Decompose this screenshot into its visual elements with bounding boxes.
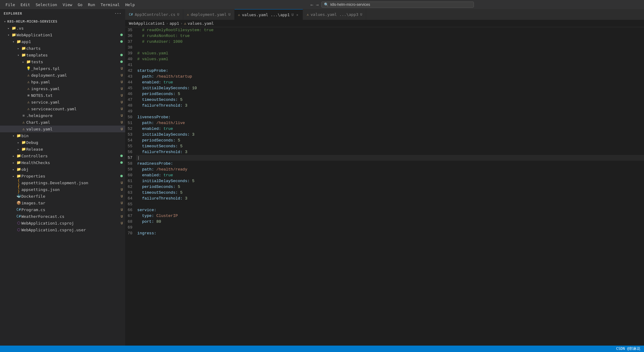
sidebar-item-label: hpa.yaml xyxy=(31,80,119,84)
sidebar-item-tests[interactable]: ▸ 📁 tests xyxy=(0,58,125,65)
sidebar-item-vs[interactable]: ▸ 📁 .vs xyxy=(0,25,125,31)
sidebar-item-controllers[interactable]: ▸ 📁 Controllers xyxy=(0,152,125,159)
menu-help[interactable]: Help xyxy=(123,2,137,8)
code-line: timeoutSeconds: 5 xyxy=(136,190,644,196)
folder-icon: 📁 xyxy=(21,147,26,151)
sidebar-item-valuesyaml[interactable]: ⚠ values.yaml U xyxy=(0,126,125,132)
sidebar-item-csproj[interactable]: ⬡ WebApplication1.csproj U xyxy=(0,220,125,226)
code-line: enabled: true xyxy=(136,172,644,178)
folder-icon: 📁 xyxy=(11,33,16,37)
tab-label: deployment.yaml xyxy=(191,12,227,17)
sidebar-item-service[interactable]: ⚠ service.yaml U xyxy=(0,99,125,105)
modified-badge: U xyxy=(121,87,123,91)
breadcrumb-part[interactable]: app1 xyxy=(169,21,179,26)
breadcrumb-part[interactable]: WebApplication1 xyxy=(129,21,165,26)
code-line: # runAsNonRoot: true xyxy=(136,33,644,39)
sidebar-item-serviceaccount[interactable]: ⚠ serviceaccount.yaml U xyxy=(0,105,125,112)
tab-values-app3[interactable]: ⚠ values.yaml ...\app3 U xyxy=(303,9,366,20)
chevron-right-icon: ▸ xyxy=(16,141,21,144)
chevron-down-icon: ▾ xyxy=(11,40,16,43)
sidebar-item-notes[interactable]: ≡ NOTES.txt U xyxy=(0,92,125,99)
tab-app3controller[interactable]: C# App3Controller.cs U xyxy=(125,9,183,20)
sidebar-item-hpa[interactable]: ⚠ hpa.yaml U xyxy=(0,79,125,85)
file-icon: C# xyxy=(16,214,21,218)
line-num: 41 xyxy=(128,62,133,68)
code-line: timeoutSeconds: 5 xyxy=(136,143,644,149)
sidebar-item-chartyaml[interactable]: ⚠ Chart.yaml U xyxy=(0,119,125,126)
code-line: failureThreshold: 3 xyxy=(136,149,644,155)
line-num: 42 xyxy=(128,68,133,74)
sidebar-item-root[interactable]: ▾ K8S-HELM-MICRO-SERVICES xyxy=(0,18,125,25)
code-lines[interactable]: # readOnlyRootFilesystem: true # runAsNo… xyxy=(136,27,644,346)
breadcrumb-sep: › xyxy=(180,21,183,26)
sidebar-item-webapplication1[interactable]: ▾ 📁 WebApplication1 xyxy=(0,31,125,38)
nav-forward-icon[interactable]: → xyxy=(316,2,319,8)
sidebar-item-label: NOTES.txt xyxy=(31,93,119,98)
sidebar-item-templates[interactable]: ▾ 📁 templates xyxy=(0,52,125,58)
chevron-down-icon: ▾ xyxy=(16,53,21,57)
line-num: 43 xyxy=(128,74,133,79)
sidebar-item-healthchecks[interactable]: ▸ 📁 HealthChecks xyxy=(0,159,125,166)
sidebar-item-obj[interactable]: ▸ 📁 obj xyxy=(0,166,125,173)
more-options-icon[interactable]: ··· xyxy=(115,12,122,16)
line-num: 45 xyxy=(128,85,133,91)
sidebar-item-label: Dockerfile xyxy=(21,194,119,199)
sidebar-item-label: obj xyxy=(21,167,123,172)
code-line: type: ClusterIP xyxy=(136,213,644,219)
breadcrumb-part[interactable]: values.yaml xyxy=(187,21,214,26)
modified-badge: U xyxy=(121,67,123,71)
sidebar-item-csproj-user[interactable]: ⬡ WebApplication1.csproj.user xyxy=(0,226,125,233)
sidebar-item-debug[interactable]: ▸ 📁 Debug xyxy=(0,139,125,146)
menu-selection[interactable]: Selection xyxy=(33,2,60,8)
sidebar-item-label: .helmignore xyxy=(26,113,119,118)
menu-run[interactable]: Run xyxy=(86,2,97,8)
sidebar-item-weatherforecast[interactable]: C# WeatherForecast.cs U xyxy=(0,213,125,220)
code-line xyxy=(136,225,644,230)
sidebar-item-imagestar[interactable]: 📦 images.tar U xyxy=(0,200,125,206)
nav-back-icon[interactable]: ← xyxy=(311,2,314,8)
tab-modified-label: U xyxy=(360,13,362,16)
editor-content[interactable]: 35 36 37 38 39 40 41 42 43 44 45 46 47 4… xyxy=(125,27,644,346)
file-icon: 💡 xyxy=(26,66,31,71)
menu-view[interactable]: View xyxy=(60,2,75,8)
sidebar-item-appsettings[interactable]: { } appsettings.json U xyxy=(0,186,125,193)
sidebar-item-charts[interactable]: ▸ 📁 charts xyxy=(0,45,125,52)
close-tab-icon[interactable]: ✕ xyxy=(295,13,299,17)
menu-terminal[interactable]: Terminal xyxy=(98,2,122,8)
menu-file[interactable]: File xyxy=(3,2,17,8)
tab-values-app1[interactable]: ⚠ values.yaml ...\app1 U ✕ xyxy=(235,9,303,20)
line-num: 51 xyxy=(128,120,133,126)
search-bar[interactable]: 🔍 xyxy=(321,2,474,8)
explorer-label: EXPLORER xyxy=(4,12,22,16)
sidebar-item-label: HealthChecks xyxy=(21,160,119,165)
tab-label: App3Controller.cs xyxy=(135,12,175,17)
file-icon: { } xyxy=(16,185,21,194)
sidebar-item-label: Controllers xyxy=(21,154,119,158)
menu-edit[interactable]: Edit xyxy=(18,2,32,8)
code-line: startupProbe: xyxy=(136,68,644,74)
line-num: 55 xyxy=(128,143,133,149)
sidebar-tree: ▾ K8S-HELM-MICRO-SERVICES ▸ 📁 .vs ▾ 📁 We… xyxy=(0,18,125,346)
menu-go[interactable]: Go xyxy=(75,2,85,8)
search-input[interactable] xyxy=(330,2,471,7)
tab-modified-label: U xyxy=(228,13,231,16)
line-num: 61 xyxy=(128,178,133,184)
tab-deployment-yaml[interactable]: ⚠ deployment.yaml U xyxy=(183,9,235,20)
line-num: 62 xyxy=(128,184,133,190)
sidebar-item-bin[interactable]: ▾ 📁 bin xyxy=(0,132,125,139)
line-num: 35 xyxy=(128,27,133,33)
sidebar-item-label: bin xyxy=(21,134,123,138)
sidebar-item-helpers[interactable]: 💡 _helpers.tpl U xyxy=(0,65,125,72)
sidebar-item-dockerfile[interactable]: 🐳 Dockerfile U xyxy=(0,193,125,200)
sidebar-item-program[interactable]: C# Program.cs U xyxy=(0,206,125,213)
sidebar-item-ingress[interactable]: ⚠ ingress.yaml U xyxy=(0,85,125,92)
line-num: 40 xyxy=(128,56,133,62)
modified-badge: U xyxy=(121,188,123,192)
sidebar-item-deployment-yaml[interactable]: ⚠ deployment.yaml U xyxy=(0,72,125,79)
sidebar-item-helmignore[interactable]: ≡ .helmignore U xyxy=(0,112,125,119)
sidebar-item-release[interactable]: ▸ 📁 Release xyxy=(0,146,125,152)
sidebar-item-app1[interactable]: ▾ 📁 app1 xyxy=(0,38,125,45)
code-line: periodSeconds: 5 xyxy=(136,91,644,97)
sidebar-item-label: app1 xyxy=(21,39,119,44)
code-line: failureThreshold: 3 xyxy=(136,103,644,108)
